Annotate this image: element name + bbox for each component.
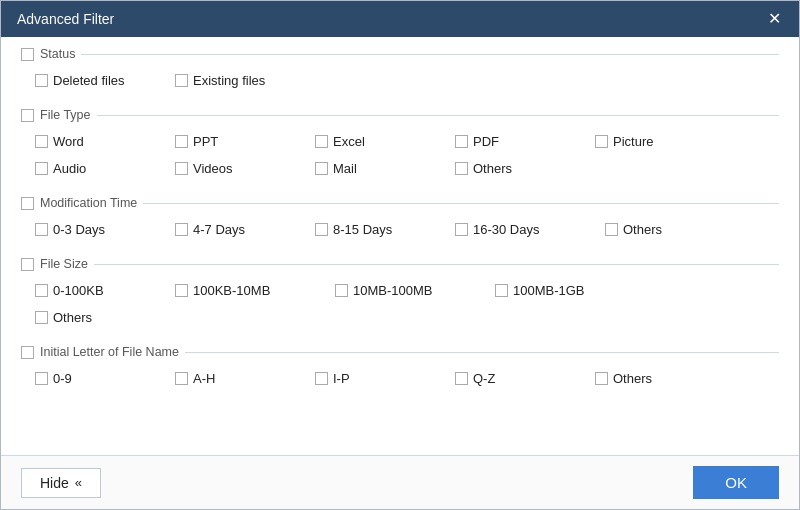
label-videos: Videos [193,161,233,176]
label-4-7-days: 4-7 Days [193,222,245,237]
label-pdf: PDF [473,134,499,149]
checkbox-ppt[interactable] [175,135,188,148]
section-divider-modification-time [143,203,779,204]
option-picture[interactable]: Picture [591,130,731,153]
label-others-fs: Others [53,310,92,325]
label-16-30-days: 16-30 Days [473,222,539,237]
label-picture: Picture [613,134,653,149]
option-pdf[interactable]: PDF [451,130,591,153]
label-0-3-days: 0-3 Days [53,222,105,237]
section-checkbox-file-type[interactable] [21,109,34,122]
option-i-p[interactable]: I-P [311,367,451,390]
checkbox-excel[interactable] [315,135,328,148]
section-divider-file-type [97,115,780,116]
option-100mb-1gb[interactable]: 100MB-1GB [491,279,651,302]
label-mail: Mail [333,161,357,176]
checkbox-10mb-100mb[interactable] [335,284,348,297]
options-row-file-type: WordPPTExcelPDFPictureAudioVideosMailOth… [21,128,779,188]
option-4-7-days[interactable]: 4-7 Days [171,218,311,241]
checkbox-deleted-files[interactable] [35,74,48,87]
option-q-z[interactable]: Q-Z [451,367,591,390]
option-ppt[interactable]: PPT [171,130,311,153]
checkbox-pdf[interactable] [455,135,468,148]
option-100kb-10mb[interactable]: 100KB-10MB [171,279,331,302]
checkbox-others-ft[interactable] [455,162,468,175]
advanced-filter-dialog: Advanced Filter ✕ StatusDeleted filesExi… [0,0,800,510]
option-a-h[interactable]: A-H [171,367,311,390]
dialog-title: Advanced Filter [17,11,114,27]
checkbox-word[interactable] [35,135,48,148]
hide-icon: « [75,475,82,490]
section-divider-status [81,54,779,55]
checkbox-0-9[interactable] [35,372,48,385]
checkbox-16-30-days[interactable] [455,223,468,236]
hide-label: Hide [40,475,69,491]
section-checkbox-file-size[interactable] [21,258,34,271]
checkbox-audio[interactable] [35,162,48,175]
label-0-100kb: 0-100KB [53,283,104,298]
label-10mb-100mb: 10MB-100MB [353,283,432,298]
checkbox-i-p[interactable] [315,372,328,385]
close-button[interactable]: ✕ [766,11,783,27]
option-deleted-files[interactable]: Deleted files [31,69,171,92]
checkbox-existing-files[interactable] [175,74,188,87]
checkbox-videos[interactable] [175,162,188,175]
option-8-15-days[interactable]: 8-15 Days [311,218,451,241]
label-q-z: Q-Z [473,371,495,386]
section-file-size: File Size0-100KB100KB-10MB10MB-100MB100M… [21,257,779,337]
label-word: Word [53,134,84,149]
section-header-file-type: File Type [21,108,779,122]
option-word[interactable]: Word [31,130,171,153]
section-label-initial-letter: Initial Letter of File Name [40,345,179,359]
option-0-100kb[interactable]: 0-100KB [31,279,171,302]
label-8-15-days: 8-15 Days [333,222,392,237]
label-others-il: Others [613,371,652,386]
section-label-status: Status [40,47,75,61]
section-divider-file-size [94,264,779,265]
option-others-fs[interactable]: Others [31,306,171,329]
section-header-modification-time: Modification Time [21,196,779,210]
option-16-30-days[interactable]: 16-30 Days [451,218,601,241]
checkbox-0-100kb[interactable] [35,284,48,297]
checkbox-others-fs[interactable] [35,311,48,324]
checkbox-4-7-days[interactable] [175,223,188,236]
option-0-3-days[interactable]: 0-3 Days [31,218,171,241]
checkbox-mail[interactable] [315,162,328,175]
option-others-mt[interactable]: Others [601,218,741,241]
checkbox-picture[interactable] [595,135,608,148]
checkbox-100kb-10mb[interactable] [175,284,188,297]
checkbox-q-z[interactable] [455,372,468,385]
label-others-ft: Others [473,161,512,176]
section-header-initial-letter: Initial Letter of File Name [21,345,779,359]
hide-button[interactable]: Hide « [21,468,101,498]
ok-button[interactable]: OK [693,466,779,499]
option-existing-files[interactable]: Existing files [171,69,311,92]
option-audio[interactable]: Audio [31,157,171,180]
label-audio: Audio [53,161,86,176]
label-100kb-10mb: 100KB-10MB [193,283,270,298]
section-checkbox-initial-letter[interactable] [21,346,34,359]
checkbox-others-mt[interactable] [605,223,618,236]
option-others-ft[interactable]: Others [451,157,591,180]
option-mail[interactable]: Mail [311,157,451,180]
checkbox-8-15-days[interactable] [315,223,328,236]
label-others-mt: Others [623,222,662,237]
options-row-status: Deleted filesExisting files [21,67,779,100]
option-excel[interactable]: Excel [311,130,451,153]
section-header-file-size: File Size [21,257,779,271]
checkbox-0-3-days[interactable] [35,223,48,236]
option-0-9[interactable]: 0-9 [31,367,171,390]
options-row-file-size: 0-100KB100KB-10MB10MB-100MB100MB-1GBOthe… [21,277,779,337]
dialog-content: StatusDeleted filesExisting filesFile Ty… [1,37,799,455]
option-10mb-100mb[interactable]: 10MB-100MB [331,279,491,302]
section-checkbox-status[interactable] [21,48,34,61]
option-others-il[interactable]: Others [591,367,731,390]
label-i-p: I-P [333,371,350,386]
section-checkbox-modification-time[interactable] [21,197,34,210]
option-videos[interactable]: Videos [171,157,311,180]
checkbox-others-il[interactable] [595,372,608,385]
section-file-type: File TypeWordPPTExcelPDFPictureAudioVide… [21,108,779,188]
checkbox-a-h[interactable] [175,372,188,385]
titlebar: Advanced Filter ✕ [1,1,799,37]
checkbox-100mb-1gb[interactable] [495,284,508,297]
